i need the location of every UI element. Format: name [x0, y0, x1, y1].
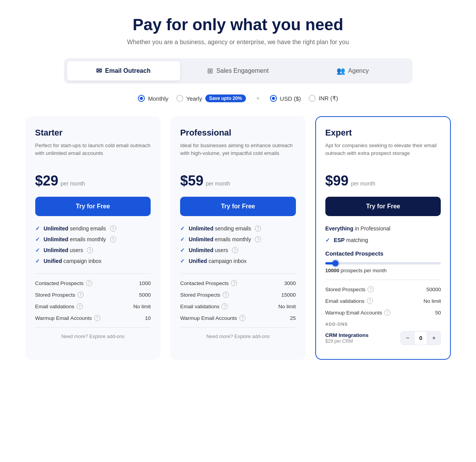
- everything-label: Everything in Professional: [325, 225, 441, 232]
- expert-cta-button[interactable]: Try for Free: [325, 197, 441, 216]
- yearly-option[interactable]: Yearly Save upto 20%: [176, 94, 246, 102]
- usd-option[interactable]: USD ($): [270, 95, 301, 102]
- monthly-radio[interactable]: [138, 95, 145, 102]
- tab-email-outreach[interactable]: ✉ Email Outreach: [67, 61, 180, 81]
- info-icon[interactable]: ?: [87, 247, 93, 253]
- feature-text: emails monthly: [215, 236, 251, 242]
- professional-cta-button[interactable]: Try for Free: [180, 197, 296, 216]
- usd-radio[interactable]: [270, 95, 277, 102]
- professional-specs: Contacted Prospects ? 3000 Stored Prospe…: [180, 273, 296, 321]
- info-icon[interactable]: ?: [255, 225, 261, 232]
- info-icon[interactable]: ?: [255, 236, 261, 242]
- spec-row: Email validations ? No limit: [35, 303, 151, 309]
- spec-label: Email validations ?: [325, 298, 373, 304]
- info-icon[interactable]: ?: [86, 280, 92, 286]
- counter-increment-button[interactable]: +: [427, 331, 440, 345]
- explore-addons[interactable]: Need more? Explore add-ons: [35, 327, 151, 339]
- tab-sales-engagement-label: Sales Engagement: [216, 67, 268, 74]
- feature-text: users: [70, 247, 83, 253]
- explore-addons[interactable]: Need more? Explore add-ons: [180, 327, 296, 339]
- feature-bold: Unlimited: [44, 247, 69, 253]
- spec-row: Contacted Prospects ? 1000: [35, 280, 151, 286]
- spec-value: 3000: [284, 280, 296, 286]
- info-icon[interactable]: ?: [232, 247, 238, 253]
- info-icon[interactable]: ?: [94, 315, 100, 321]
- spec-value: 50000: [426, 287, 441, 292]
- spec-value: 10: [145, 315, 151, 321]
- grid-icon: ⊞: [207, 67, 213, 75]
- people-icon: 👥: [337, 67, 345, 75]
- slider-thumb[interactable]: [332, 260, 339, 266]
- addons-title: ADD-ONS: [325, 322, 441, 326]
- spec-label: Stored Prospects ?: [325, 286, 374, 292]
- expert-plan-price: $99 per month: [325, 173, 441, 189]
- list-item: ✓ Unlimited emails monthly ?: [180, 236, 296, 242]
- info-icon[interactable]: ?: [231, 280, 237, 286]
- esp-suffix: matching: [346, 237, 368, 243]
- counter-decrement-button[interactable]: −: [401, 331, 414, 345]
- spec-row: Stored Prospects ? 15000: [180, 292, 296, 298]
- info-icon[interactable]: ?: [223, 292, 229, 298]
- starter-price-period: per month: [61, 180, 85, 187]
- email-icon: ✉: [96, 67, 102, 75]
- info-icon[interactable]: ?: [384, 309, 390, 316]
- feature-text: users: [215, 247, 228, 253]
- starter-plan-price: $29 per month: [35, 173, 151, 189]
- info-icon[interactable]: ?: [77, 303, 83, 309]
- spec-value: No limit: [423, 298, 441, 304]
- spec-value: 15000: [281, 292, 296, 298]
- spec-value: No limit: [133, 304, 151, 309]
- info-icon[interactable]: ?: [77, 292, 84, 298]
- info-icon[interactable]: ?: [222, 303, 228, 309]
- addon-info: CRM Integrations $29 per CRM: [325, 332, 369, 344]
- feature-text: sending emails: [215, 225, 251, 232]
- info-icon[interactable]: ?: [110, 236, 116, 242]
- spec-row: Stored Prospects ? 5000: [35, 292, 151, 298]
- tab-agency[interactable]: 👥 Agency: [296, 61, 409, 81]
- yearly-label: Yearly: [186, 95, 202, 102]
- spec-label: Warmup Email Accounts ?: [180, 315, 246, 321]
- contacted-prospects-title: Contacted Prospects: [325, 250, 441, 257]
- slider-number: 10000: [325, 268, 339, 273]
- addon-counter: − 0 +: [400, 331, 441, 345]
- inr-radio[interactable]: [309, 95, 316, 102]
- spec-row: Email validations ? No limit: [325, 298, 441, 304]
- starter-plan-name: Starter: [35, 128, 151, 138]
- info-icon[interactable]: ?: [110, 225, 116, 232]
- inr-label: INR (₹): [319, 95, 338, 102]
- spec-value: 1000: [139, 280, 151, 286]
- spec-label: Stored Prospects ?: [180, 292, 229, 298]
- esp-feature: ✓ ESP matching: [325, 237, 441, 243]
- tab-email-outreach-label: Email Outreach: [105, 67, 150, 74]
- check-icon: ✓: [35, 225, 40, 232]
- feature-text: emails monthly: [70, 236, 106, 242]
- professional-plan-price: $59 per month: [180, 173, 296, 189]
- professional-plan: Professional Ideal for businesses aiming…: [170, 116, 306, 360]
- check-icon: ✓: [35, 247, 40, 253]
- check-icon: ✓: [180, 247, 185, 253]
- spec-row: Contacted Prospects ? 3000: [180, 280, 296, 286]
- addon-name: CRM Integrations: [325, 332, 369, 338]
- spec-label: Email validations ?: [180, 303, 228, 309]
- inr-option[interactable]: INR (₹): [309, 95, 338, 102]
- spec-row: Warmup Email Accounts ? 25: [180, 315, 296, 321]
- everything-suffix: in Professional: [355, 225, 390, 232]
- currency-group: USD ($) INR (₹): [270, 95, 338, 102]
- info-icon[interactable]: ?: [368, 286, 374, 292]
- yearly-radio[interactable]: [176, 95, 183, 102]
- professional-price-amount: $59: [180, 173, 203, 189]
- list-item: ✓ Unified campaign inbox: [35, 258, 151, 264]
- monthly-option[interactable]: Monthly: [138, 95, 168, 102]
- save-badge: Save upto 20%: [205, 94, 246, 102]
- info-icon[interactable]: ?: [367, 298, 373, 304]
- starter-cta-button[interactable]: Try for Free: [35, 197, 151, 216]
- feature-bold: Unlimited: [44, 225, 69, 232]
- expert-plan-desc: Apt for companies seeking to elevate the…: [325, 142, 441, 165]
- tab-sales-engagement[interactable]: ⊞ Sales Engagement: [182, 61, 295, 81]
- addon-price: $29 per CRM: [325, 338, 353, 344]
- professional-price-period: per month: [206, 180, 230, 187]
- spec-label: Contacted Prospects ?: [35, 280, 92, 286]
- info-icon[interactable]: ?: [239, 315, 246, 321]
- spec-value: 5000: [139, 292, 151, 298]
- spec-row: Warmup Email Accounts ? 50: [325, 309, 441, 316]
